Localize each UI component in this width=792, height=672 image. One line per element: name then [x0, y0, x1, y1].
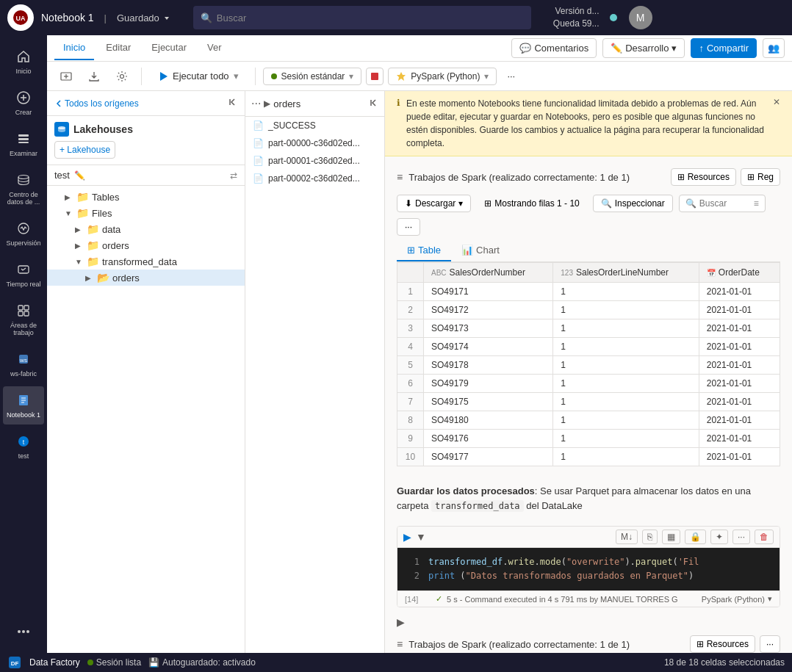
search-input[interactable]: [217, 12, 524, 24]
format-button[interactable]: ▦: [662, 530, 680, 544]
fabric-icon: ws: [15, 351, 32, 367]
expand-button[interactable]: ▶: [397, 616, 405, 628]
sync-icon[interactable]: ⇄: [230, 170, 237, 181]
download-button[interactable]: [82, 68, 106, 85]
rows-display-button[interactable]: ⊞ Mostrando filas 1 - 10: [477, 195, 586, 212]
lakehouses-icon: [54, 122, 69, 137]
table-row: 6 SO49179 1 2021-01-01: [397, 375, 780, 393]
grid-icon: ⊞: [484, 198, 492, 209]
search-bar[interactable]: 🔍: [193, 6, 531, 29]
data-center-icon: [15, 172, 32, 188]
copy-button[interactable]: ⎘: [642, 530, 658, 544]
tree-item-orders-sub[interactable]: ▶ 📂 orders: [47, 270, 245, 286]
avatar[interactable]: M: [629, 6, 652, 29]
col-header-line-number[interactable]: 123 SalesOrderLineNumber: [553, 263, 699, 283]
inline-code: transformed_data: [431, 500, 524, 512]
spark-version-badge[interactable]: PySpark (Python) ▾: [702, 594, 772, 604]
resources-button[interactable]: ⊞ Resources: [671, 168, 736, 186]
data-search-input[interactable]: [699, 198, 751, 209]
list-item[interactable]: 📄 _SUCCESS: [245, 117, 384, 134]
chevron-down-icon: ▾: [349, 71, 353, 82]
more-data-button[interactable]: ···: [397, 218, 420, 236]
reg-button[interactable]: ⊞ Reg: [741, 168, 780, 186]
sidebar-item-supervision[interactable]: Supervisión: [3, 214, 44, 253]
tree-item-files[interactable]: ▼ 📁 Files: [47, 205, 245, 221]
sidebar-item-areas[interactable]: Áreas de trabajo: [3, 297, 44, 342]
add-cell-button[interactable]: [54, 68, 78, 85]
more-code-button[interactable]: ···: [732, 530, 750, 544]
sidebar-item-examinar[interactable]: Examinar: [3, 125, 44, 163]
svg-rect-12: [18, 306, 23, 310]
sidebar-item-wsfabric[interactable]: ws ws-fabric: [3, 345, 44, 383]
tab-ver[interactable]: Ver: [198, 36, 231, 60]
saved-status[interactable]: Guardado: [117, 12, 171, 24]
add-lakehouse-button[interactable]: + Lakehouse: [54, 141, 115, 159]
settings-button[interactable]: [110, 68, 134, 85]
list-item[interactable]: 📄 part-00001-c36d02ed...: [245, 152, 384, 170]
folder-icon: 📁: [76, 207, 89, 219]
chevron-down-icon: ▼: [65, 209, 73, 217]
sidebar-item-crear[interactable]: Crear: [3, 84, 44, 122]
inspect-button[interactable]: 🔍 Inspeccionar: [593, 195, 673, 212]
edit-test-icon[interactable]: ✏️: [74, 170, 85, 181]
tab-ejecutar[interactable]: Ejecutar: [143, 36, 195, 60]
sidebar-item-centro[interactable]: Centro de datos de ...: [3, 166, 44, 212]
table-icon: ⊞: [677, 172, 685, 182]
list-item[interactable]: 📄 part-00000-c36d02ed...: [245, 134, 384, 152]
spark-jobs-bar: ≡ Trabajos de Spark (realizado correctam…: [397, 164, 780, 190]
sidebar-item-notebook[interactable]: Notebook 1: [3, 386, 44, 424]
people-button[interactable]: 👥: [763, 38, 785, 58]
collapse-orders-button[interactable]: [368, 98, 378, 110]
stop-button[interactable]: [366, 68, 384, 85]
tree-item-tables[interactable]: ▶ 📁 Tables: [47, 189, 245, 205]
spark-badge[interactable]: PySpark (Python) ▾: [388, 68, 497, 85]
sidebar-item-tiempo[interactable]: Tiempo real: [3, 256, 44, 294]
run-cell-button[interactable]: ▶: [403, 531, 411, 543]
sidebar-item-inicio[interactable]: Inicio: [3, 43, 44, 81]
col-header-sales-order[interactable]: ABC SalesOrderNumber: [424, 263, 553, 283]
tab-inicio[interactable]: Inicio: [54, 36, 94, 60]
chevron-down-icon: ▾: [458, 198, 463, 209]
expand-cell-button[interactable]: ▼: [416, 531, 426, 543]
col-header-order-date[interactable]: 📅 OrderDate: [699, 263, 780, 283]
tree-item-transformed[interactable]: ▼ 📁 transformed_data: [47, 253, 245, 270]
table-row: 10 SO49177 1 2021-01-01: [397, 448, 780, 466]
row-num-header: [397, 263, 424, 283]
notebook-title: Notebook 1: [41, 12, 94, 24]
compartir-button[interactable]: ↑ Compartir: [691, 38, 757, 58]
more-toolbar-button[interactable]: ···: [501, 68, 521, 84]
tree-item-data[interactable]: ▶ 📁 data: [47, 221, 245, 237]
sparkle-button[interactable]: ✦: [710, 530, 728, 544]
cell-order: SO49175: [424, 393, 553, 411]
delete-cell-button[interactable]: 🗑: [755, 530, 774, 544]
tree-item-orders[interactable]: ▶ 📁 orders: [47, 237, 245, 253]
data-factory-icon: DF: [7, 655, 22, 670]
cell-date: 2021-01-01: [699, 375, 780, 393]
tab-chart[interactable]: 📊 Chart: [451, 240, 510, 261]
spark-icon: ≡: [397, 171, 403, 183]
session-badge[interactable]: Sesión estándar ▾: [263, 68, 362, 85]
collapse-panel-button[interactable]: [227, 97, 237, 109]
table-icon-2: ⊞: [696, 639, 704, 649]
svg-marker-2: [165, 17, 169, 20]
tab-editar[interactable]: Editar: [97, 36, 140, 60]
download-data-button[interactable]: ⬇ Descargar ▾: [397, 195, 471, 212]
sidebar-item-more[interactable]: [3, 618, 44, 646]
run-all-button[interactable]: Ejecutar todo ▾: [149, 67, 248, 85]
more-spark-button[interactable]: ···: [760, 635, 780, 653]
lock-button[interactable]: 🔒: [685, 530, 706, 544]
row-num: 2: [397, 301, 424, 319]
list-item[interactable]: 📄 part-00002-c36d02ed...: [245, 170, 384, 187]
more-icon[interactable]: ···: [251, 97, 261, 110]
sidebar-item-test[interactable]: t test: [3, 427, 44, 466]
md-button[interactable]: M↓: [616, 530, 638, 544]
tab-table[interactable]: ⊞ Table: [397, 240, 451, 261]
resources-button-2[interactable]: ⊞ Resources: [690, 635, 755, 653]
browse-icon: [15, 131, 32, 147]
desarrollo-button[interactable]: ✏️ Desarrollo ▾: [602, 38, 685, 58]
close-alert-button[interactable]: ✕: [773, 97, 780, 107]
data-search-bar[interactable]: 🔍 ≡: [679, 195, 766, 212]
back-button[interactable]: Todos los orígenes: [54, 98, 139, 109]
comments-button[interactable]: 💬 Comentarios: [511, 38, 597, 58]
file-icon: 📄: [253, 173, 264, 184]
